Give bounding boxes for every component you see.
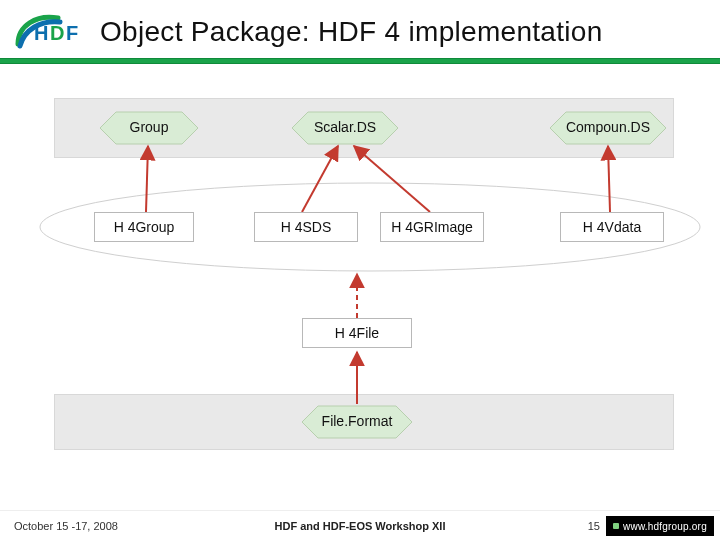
svg-text:H: H xyxy=(34,22,48,44)
footer-url-text: www.hdfgroup.org xyxy=(623,521,707,532)
footer-url-badge: www.hdfgroup.org xyxy=(606,516,714,536)
slide-title: Object Package: HDF 4 implementation xyxy=(100,16,603,48)
file-format-band xyxy=(54,394,674,450)
svg-text:F: F xyxy=(66,22,78,44)
node-h4sds: H 4SDS xyxy=(254,212,358,242)
diagram-stage: Group Scalar.DS Compoun.DS File.Format xyxy=(0,64,720,504)
hdf-logo-icon: H D F xyxy=(14,10,86,50)
slide-header: H D F Object Package: HDF 4 implementati… xyxy=(0,0,720,62)
abstract-layer-band xyxy=(54,98,674,158)
badge-dot-icon xyxy=(613,523,619,529)
node-h4file: H 4File xyxy=(302,318,412,348)
node-h4group: H 4Group xyxy=(94,212,194,242)
node-h4vdata: H 4Vdata xyxy=(560,212,664,242)
slide-footer: October 15 -17, 2008 HDF and HDF-EOS Wor… xyxy=(0,510,720,540)
svg-text:D: D xyxy=(50,22,64,44)
node-h4grimage: H 4GRImage xyxy=(380,212,484,242)
header-rule-inner xyxy=(0,59,720,63)
slide: H D F Object Package: HDF 4 implementati… xyxy=(0,0,720,540)
footer-page-number: 15 xyxy=(588,520,600,532)
